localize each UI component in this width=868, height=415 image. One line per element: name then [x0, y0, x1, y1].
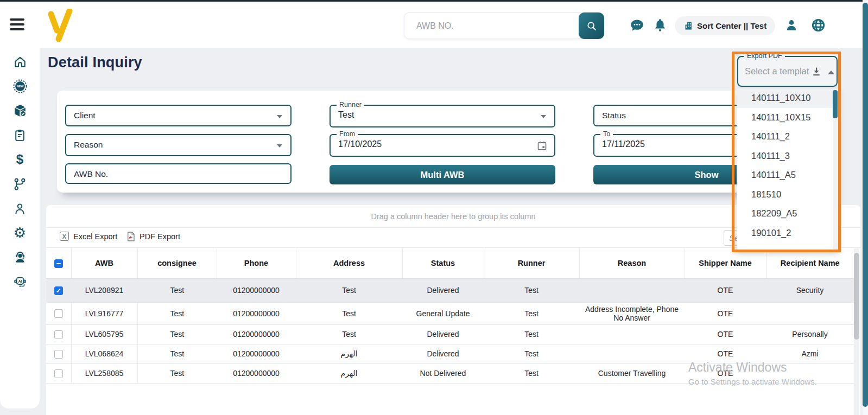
- cell-reason: Customer Travelling: [579, 363, 685, 383]
- cell-awb: LVL068624: [71, 344, 137, 363]
- row-checkbox[interactable]: [54, 286, 63, 295]
- cell-phone: 01200000000: [217, 302, 296, 324]
- cell-shipper_name: OTE: [685, 363, 766, 383]
- sidebar-item-home[interactable]: [12, 55, 28, 69]
- ai-assistant-icon: AI: [13, 274, 27, 289]
- excel-export-label: Excel Export: [73, 232, 117, 241]
- status-select-label: Status: [602, 111, 626, 120]
- sidebar-item-new-badge[interactable]: NEW: [12, 79, 28, 93]
- sort-center-badge[interactable]: Sort Center || Test: [675, 16, 775, 35]
- export-template-option[interactable]: 140111_10X10: [737, 88, 839, 108]
- search-button[interactable]: [579, 12, 604, 39]
- column-header[interactable]: Address: [296, 248, 402, 278]
- export-list-scrollbar[interactable]: [833, 90, 838, 250]
- sidebar-item-shipments[interactable]: [12, 104, 28, 118]
- cell-reason: [579, 278, 685, 302]
- client-select[interactable]: Client: [65, 105, 292, 126]
- export-template-option[interactable]: 140111_10X15: [737, 108, 839, 127]
- page-scrollbar-thumb[interactable]: [863, 3, 868, 407]
- cell-address: Test: [296, 324, 402, 344]
- cell-status: General Update: [402, 302, 484, 324]
- table-row[interactable]: LVL208921Test01200000000TestDeliveredTes…: [46, 278, 854, 302]
- excel-export-button[interactable]: X Excel Export: [60, 232, 117, 241]
- chevron-down-icon: [277, 144, 282, 148]
- column-header[interactable]: Runner: [484, 248, 579, 278]
- cell-runner: Test: [484, 344, 579, 363]
- sidebar-item-ai-assistant[interactable]: AI: [12, 274, 28, 289]
- column-header[interactable]: AWB: [71, 248, 137, 278]
- cell-recipient_name: Azmi: [766, 344, 854, 363]
- language-button[interactable]: [811, 18, 826, 33]
- cell-recipient_name: Personally: [766, 324, 854, 344]
- sidebar-item-settings[interactable]: ⚙: [12, 226, 28, 240]
- column-header[interactable]: Reason: [579, 248, 685, 278]
- page-title: Detail Inquiry: [48, 54, 142, 71]
- dollar-icon: $: [16, 152, 23, 167]
- chevron-down-icon: [277, 115, 282, 118]
- sidebar-item-reports[interactable]: [12, 128, 28, 142]
- select-all-header[interactable]: [46, 248, 71, 278]
- table-row[interactable]: LVL258085Test01200000000الهرمNot Deliver…: [46, 363, 854, 383]
- chat-button[interactable]: [630, 18, 644, 33]
- chevron-down-icon: [541, 115, 546, 118]
- export-template-option[interactable]: 182209_A5: [737, 204, 839, 224]
- cell-phone: 01200000000: [217, 344, 296, 363]
- cell-status: Delivered: [402, 278, 484, 302]
- column-header[interactable]: Recipient Name: [766, 248, 854, 278]
- table-scrollbar[interactable]: [854, 248, 859, 415]
- detail-table: AWBconsigneePhoneAddressStatusRunnerReas…: [46, 248, 854, 384]
- row-checkbox[interactable]: [54, 350, 63, 359]
- profile-button[interactable]: [784, 17, 799, 32]
- runner-select[interactable]: Runner Test: [330, 105, 555, 127]
- cell-recipient_name: Security: [766, 278, 854, 302]
- export-template-option[interactable]: 190101_2: [737, 224, 839, 243]
- cell-shipper_name: OTE: [685, 344, 766, 363]
- person-icon: [13, 202, 27, 215]
- sidebar-item-finance[interactable]: $: [12, 152, 28, 167]
- v-logo-icon: [46, 9, 76, 42]
- notifications-button[interactable]: [652, 17, 667, 32]
- awb-filter-input[interactable]: AWB No.: [65, 163, 292, 184]
- cell-runner: Test: [484, 363, 579, 383]
- download-icon[interactable]: [810, 66, 822, 78]
- export-pdf-dropdown[interactable]: Export PDF Select a template: [737, 56, 838, 87]
- table-row[interactable]: LVL068624Test01200000000الهرمDeliveredTe…: [46, 344, 854, 363]
- sidebar-item-support[interactable]: [12, 250, 28, 264]
- table-row[interactable]: LVL605795Test01200000000TestDeliveredTes…: [46, 324, 854, 344]
- row-checkbox[interactable]: [54, 330, 63, 339]
- sidebar-item-users[interactable]: [12, 201, 28, 215]
- column-header[interactable]: Status: [402, 248, 484, 278]
- reason-select[interactable]: Reason: [65, 134, 292, 156]
- row-checkbox[interactable]: [54, 309, 63, 318]
- from-date-field[interactable]: From 17/10/2025: [330, 134, 555, 157]
- export-list-scrollbar-thumb[interactable]: [833, 90, 838, 118]
- page-scrollbar[interactable]: [863, 0, 868, 415]
- filter-card: Client Reason AWB No. Runner Test From 1…: [57, 91, 828, 193]
- cell-reason: Address Incomplete, Phone No Answer: [579, 302, 685, 324]
- column-header[interactable]: consignee: [137, 248, 217, 278]
- cell-address: الهرم: [296, 363, 402, 383]
- profile-icon: [784, 18, 799, 32]
- export-template-option[interactable]: 140111_3: [737, 146, 839, 166]
- table-row[interactable]: LVL916777Test01200000000TestGeneral Upda…: [46, 302, 854, 324]
- row-checkbox[interactable]: [54, 369, 63, 378]
- sidebar-item-workflow[interactable]: [12, 177, 28, 191]
- pdf-export-button[interactable]: PDF Export: [126, 232, 180, 241]
- export-template-option[interactable]: 140111_2: [737, 127, 839, 146]
- select-all-checkbox[interactable]: [54, 259, 63, 268]
- column-header[interactable]: Phone: [217, 248, 296, 278]
- cell-runner: Test: [484, 324, 579, 344]
- topbar: Sort Center || Test: [0, 2, 868, 48]
- collapse-arrow-icon[interactable]: [827, 69, 835, 75]
- export-template-option[interactable]: 181510: [737, 185, 839, 205]
- home-icon: [13, 55, 27, 69]
- awb-search-input[interactable]: [404, 13, 579, 39]
- table-scrollbar-thumb[interactable]: [854, 253, 859, 340]
- cell-reason: [579, 324, 685, 344]
- multi-awb-button[interactable]: Multi AWB: [330, 165, 555, 184]
- from-date-value: 17/10/2025: [338, 139, 382, 149]
- hamburger-menu-button[interactable]: [10, 18, 24, 31]
- column-header[interactable]: Shipper Name: [685, 248, 766, 278]
- export-template-option[interactable]: 140111_A5: [737, 165, 839, 185]
- to-label: To: [600, 130, 613, 138]
